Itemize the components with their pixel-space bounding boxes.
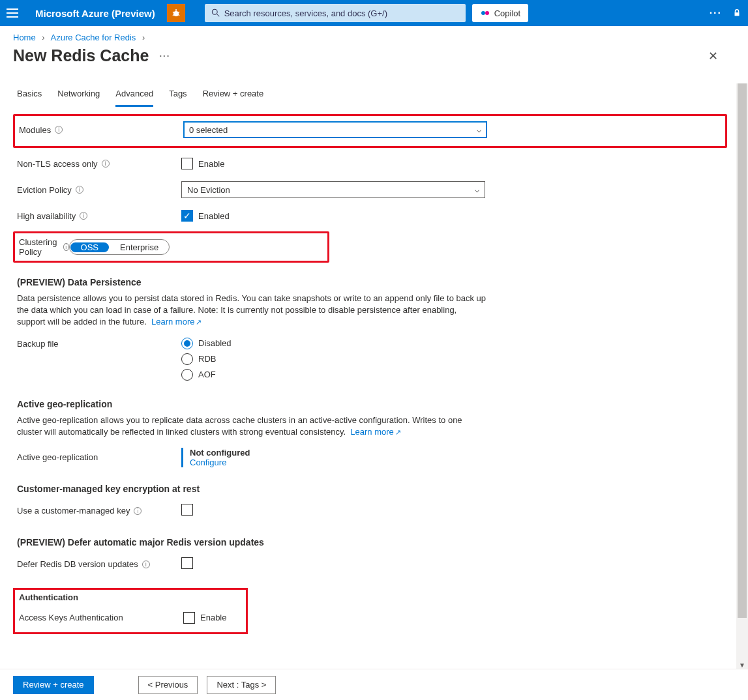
review-create-button[interactable]: Review + create — [13, 676, 94, 694]
info-icon[interactable]: i — [142, 561, 150, 568]
tab-basics[interactable]: Basics — [17, 83, 42, 107]
auth-cb-label: Enable — [200, 613, 226, 622]
cmk-checkbox[interactable] — [181, 504, 193, 516]
modules-label: Modules — [19, 125, 51, 135]
svg-point-9 — [481, 11, 485, 15]
defer-heading: (PREVIEW) Defer automatic major Redis ve… — [17, 537, 723, 547]
tab-networking[interactable]: Networking — [57, 83, 100, 107]
auth-heading: Authentication — [19, 592, 242, 602]
copilot-icon — [480, 8, 490, 18]
tab-advanced[interactable]: Advanced — [115, 83, 153, 107]
vertical-scrollbar[interactable]: ▲ ▼ — [736, 83, 748, 669]
cmk-heading: Customer-managed key encryption at rest — [17, 484, 723, 494]
search-placeholder: Search resources, services, and docs (G+… — [224, 8, 387, 18]
breadcrumb-home[interactable]: Home — [13, 33, 36, 42]
brand-title[interactable]: Microsoft Azure (Preview) — [35, 8, 155, 19]
info-icon[interactable]: i — [76, 186, 83, 194]
page-title: New Redis Cache — [13, 46, 149, 65]
external-link-icon: ↗ — [196, 318, 202, 326]
breadcrumb: Home › Azure Cache for Redis › — [0, 26, 748, 44]
tab-tags[interactable]: Tags — [169, 83, 187, 107]
svg-line-4 — [173, 14, 174, 16]
title-more-icon[interactable]: ··· — [159, 51, 170, 61]
cluster-oss-option[interactable]: OSS — [70, 242, 109, 252]
lock-icon — [732, 8, 741, 18]
svg-line-2 — [173, 12, 174, 13]
previous-button[interactable]: < Previous — [138, 676, 198, 694]
svg-line-8 — [217, 14, 219, 17]
defer-checkbox[interactable] — [181, 557, 193, 569]
geo-status: Not configured — [190, 448, 250, 458]
info-icon[interactable]: i — [102, 160, 110, 168]
backup-disabled-radio[interactable] — [181, 338, 193, 349]
svg-point-0 — [173, 11, 179, 16]
backup-aof-radio[interactable] — [181, 369, 193, 381]
cluster-policy-toggle[interactable]: OSS Enterprise — [69, 239, 170, 255]
ha-label: High availability — [17, 211, 76, 221]
auth-label: Access Keys Authentication — [19, 613, 123, 622]
svg-point-7 — [212, 9, 217, 14]
chevron-down-icon: ⌵ — [475, 185, 479, 194]
geo-label: Active geo-replication — [17, 452, 98, 462]
nontls-cb-label: Enable — [198, 159, 224, 169]
info-icon[interactable]: i — [134, 507, 142, 515]
eviction-dropdown[interactable]: No Eviction ⌵ — [181, 181, 485, 198]
wizard-footer: Review + create < Previous Next : Tags > — [0, 669, 748, 700]
ha-cb-label: Enabled — [198, 211, 230, 221]
search-icon — [211, 8, 220, 18]
svg-rect-11 — [735, 12, 740, 16]
nontls-label: Non-TLS access only — [17, 159, 98, 169]
eviction-label: Eviction Policy — [17, 185, 72, 195]
chevron-down-icon: ⌵ — [477, 125, 481, 134]
accent-bar — [181, 448, 183, 467]
copilot-button[interactable]: Copilot — [472, 4, 528, 22]
svg-point-10 — [485, 11, 489, 15]
backup-file-label: Backup file — [17, 339, 59, 349]
geo-heading: Active geo-replication — [17, 399, 723, 409]
chevron-right-icon: › — [142, 33, 145, 42]
backup-rdb-radio[interactable] — [181, 353, 193, 365]
svg-line-5 — [178, 14, 179, 16]
info-icon[interactable]: i — [63, 243, 68, 251]
modules-dropdown[interactable]: 0 selected ⌵ — [183, 121, 487, 138]
chevron-right-icon: › — [42, 33, 44, 42]
header-more-icon[interactable]: ··· — [710, 7, 722, 19]
info-icon[interactable]: i — [80, 212, 87, 220]
ha-checkbox[interactable]: ✓ — [181, 210, 193, 222]
nontls-checkbox[interactable] — [181, 158, 193, 169]
cluster-label: Clustering Policy — [19, 237, 59, 257]
scroll-down-icon[interactable]: ▼ — [736, 662, 748, 669]
hamburger-menu-icon[interactable] — [7, 5, 22, 21]
auth-checkbox[interactable] — [183, 612, 195, 624]
global-search-input[interactable]: Search resources, services, and docs (G+… — [205, 4, 466, 22]
wizard-tabs: Basics Networking Advanced Tags Review +… — [17, 83, 723, 107]
cmk-label: Use a customer-managed key — [17, 506, 130, 516]
persistence-learn-more-link[interactable]: Learn more↗ — [151, 317, 202, 327]
geo-configure-link[interactable]: Configure — [190, 458, 250, 467]
defer-label: Defer Redis DB version updates — [17, 559, 138, 569]
next-button[interactable]: Next : Tags > — [207, 676, 276, 694]
cluster-enterprise-option[interactable]: Enterprise — [110, 242, 169, 252]
info-icon[interactable]: i — [55, 126, 63, 134]
persistence-heading: (PREVIEW) Data Persistence — [17, 277, 723, 287]
close-icon[interactable]: ✕ — [708, 49, 718, 63]
scrollbar-thumb[interactable] — [738, 83, 747, 618]
geo-learn-more-link[interactable]: Learn more↗ — [350, 427, 400, 437]
preview-bug-icon[interactable] — [167, 4, 185, 22]
tab-review[interactable]: Review + create — [203, 83, 264, 107]
breadcrumb-service[interactable]: Azure Cache for Redis — [51, 33, 136, 42]
svg-line-3 — [178, 12, 179, 13]
external-link-icon: ↗ — [395, 428, 401, 436]
persistence-body: Data persistence allows you to persist d… — [17, 293, 486, 327]
azure-top-header: Microsoft Azure (Preview) Search resourc… — [0, 0, 748, 26]
